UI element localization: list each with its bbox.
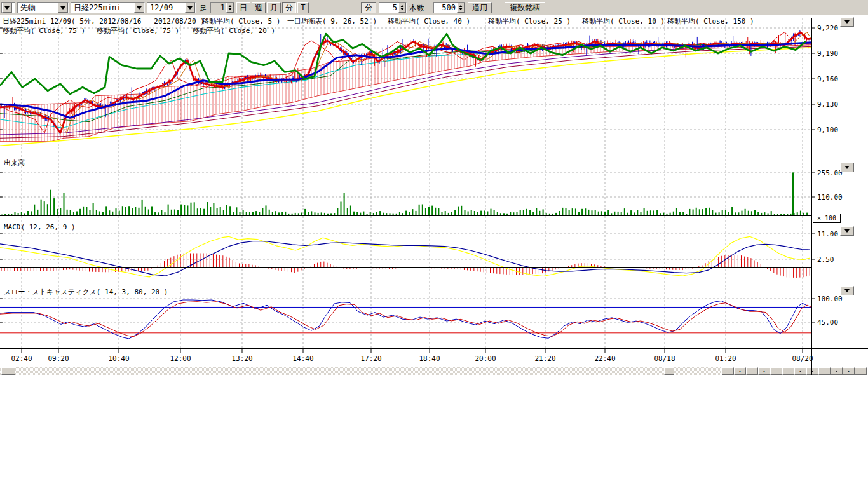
volume-bar	[324, 213, 325, 215]
candle-body	[330, 44, 331, 45]
volume-bar	[451, 212, 452, 215]
volume-bar	[102, 212, 104, 216]
volume-bar	[266, 205, 267, 215]
volume-bar	[1, 215, 3, 215]
apply-button[interactable]: 適用	[468, 2, 492, 13]
volume-bar	[99, 212, 100, 216]
volume-bar	[11, 214, 12, 215]
time-axis-label: 13:20	[231, 355, 252, 363]
volume-bar	[618, 212, 619, 215]
chevron-down-icon[interactable]	[134, 3, 144, 13]
interval-value: 1	[211, 3, 226, 13]
volume-bar	[347, 208, 348, 215]
minute-spinner[interactable]: 5	[379, 2, 407, 13]
volume-bar	[715, 213, 717, 215]
volume-bar	[546, 213, 547, 215]
volume-bar	[748, 211, 749, 215]
volume-bar	[191, 203, 192, 215]
candle-body	[154, 90, 155, 90]
volume-panel-label: 出来高	[4, 158, 25, 168]
stochastics-axis-dropdown-button[interactable]	[840, 286, 854, 295]
chevron-down-icon[interactable]	[185, 3, 195, 13]
volume-bar	[402, 213, 403, 215]
volume-bar	[318, 213, 319, 215]
volume-bar	[790, 214, 792, 215]
spinner-icon[interactable]	[398, 3, 406, 13]
indicator-label-ichimoku: 一目均衡表( 9, 26, 52 )	[287, 17, 377, 26]
stoch-axis-label: 45.00	[817, 318, 838, 327]
volume-bar	[344, 193, 345, 215]
bars-spinner[interactable]: 500	[433, 2, 465, 13]
period-month-button[interactable]: 月	[267, 2, 281, 13]
volume-bar	[592, 210, 593, 215]
candle-body	[297, 78, 299, 78]
volume-bar	[15, 212, 16, 215]
volume-bar	[76, 212, 78, 216]
volume-bar	[272, 212, 273, 215]
volume-bar	[73, 212, 74, 215]
chart-title: 日経225mini 12/09( 5分, 2012/08/16 - 2012/0…	[3, 17, 205, 26]
volume-bar	[64, 193, 65, 215]
macd-axis-dropdown-button[interactable]	[840, 226, 854, 236]
volume-bar	[233, 212, 234, 215]
volume-bar	[768, 214, 769, 216]
volume-bar	[86, 207, 87, 216]
volume-bar	[686, 214, 687, 215]
volume-bar	[311, 211, 312, 215]
minute-toggle-button[interactable]: 分	[361, 2, 376, 13]
contract-month-dropdown[interactable]: 12/09	[147, 2, 196, 13]
mini-symbol-dropdown[interactable]	[1, 2, 15, 13]
volume-bar	[255, 211, 257, 215]
volume-bar	[356, 212, 358, 215]
volume-bar	[494, 210, 495, 215]
period-tick-button[interactable]: T	[297, 2, 309, 13]
chevron-down-icon[interactable]	[58, 3, 68, 13]
volume-bar	[428, 207, 430, 215]
indicator-label-ma75a: 移動平均( Close, 75 )	[3, 26, 85, 36]
price-axis-dropdown-button[interactable]	[840, 17, 854, 27]
ashi-label: 足	[200, 3, 207, 14]
candle-body	[141, 96, 142, 97]
volume-bar	[634, 212, 635, 215]
chart-application-window: 先物 日経225mini 12/09 足 1 日 週 月 分 T 分 5 本数 …	[0, 0, 868, 488]
period-minute-button[interactable]: 分	[282, 2, 296, 13]
instrument-type-dropdown[interactable]: 先物	[17, 2, 69, 13]
volume-bar	[797, 212, 798, 215]
volume-bar	[559, 211, 560, 215]
candle-body	[364, 54, 365, 55]
volume-bar	[262, 208, 263, 215]
volume-bar	[731, 207, 733, 215]
volume-bar	[696, 208, 697, 215]
time-axis-label: 14:40	[292, 355, 313, 363]
volume-bar	[174, 210, 175, 216]
volume-bar	[709, 208, 710, 215]
interval-spinner[interactable]: 1	[210, 2, 234, 13]
spinner-icon[interactable]	[226, 3, 234, 13]
volume-axis-dropdown-button[interactable]	[840, 163, 854, 172]
chevron-down-icon[interactable]	[2, 3, 12, 13]
volume-bar	[650, 210, 651, 215]
volume-bar	[142, 200, 143, 215]
volume-bar	[116, 208, 117, 215]
volume-bar	[383, 213, 384, 215]
volume-bar	[653, 210, 654, 215]
period-day-button[interactable]: 日	[236, 2, 250, 13]
chart-canvas[interactable]: 9,2209,1909,1609,1309,100255.00110.0011.…	[0, 0, 868, 376]
volume-bar	[477, 212, 478, 215]
volume-bar	[243, 210, 244, 215]
volume-bar	[480, 211, 482, 215]
multi-symbol-button[interactable]: 複数銘柄	[505, 2, 545, 13]
volume-bar	[184, 205, 185, 216]
volume-bar	[777, 214, 778, 215]
candle-body	[714, 42, 715, 43]
volume-bar	[165, 212, 166, 215]
symbol-dropdown[interactable]: 日経225mini	[71, 2, 145, 13]
volume-bar	[454, 210, 456, 215]
spinner-icon[interactable]	[457, 3, 465, 13]
volume-bar	[396, 214, 397, 215]
volume-bar	[757, 212, 759, 215]
period-week-button[interactable]: 週	[252, 2, 266, 13]
volume-bar	[566, 208, 567, 215]
chevron-down-icon	[844, 20, 850, 24]
indicator-header-line1: 日経225mini 12/09( 5分, 2012/08/16 - 2012/0…	[0, 17, 811, 25]
